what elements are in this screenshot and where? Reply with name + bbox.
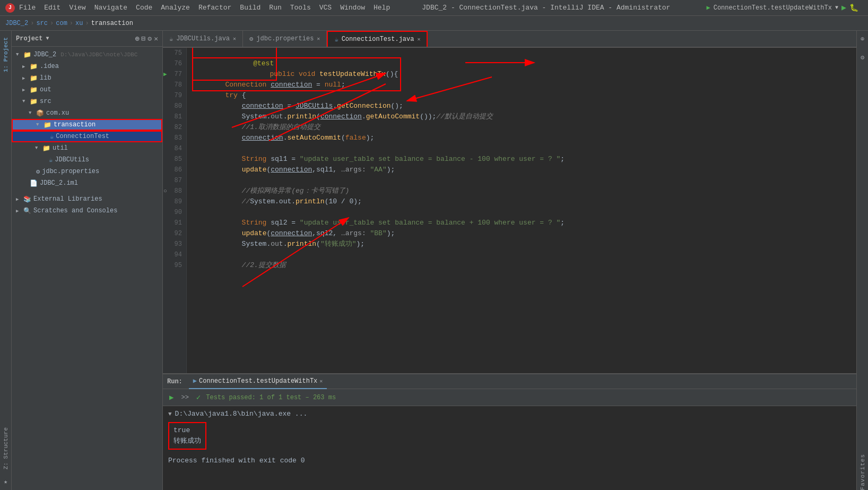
right-sidebar: ⊕ ⚙ Favorites bbox=[856, 31, 868, 490]
tree-item-comxu[interactable]: ▼ 📦 com.xu bbox=[12, 107, 162, 119]
menu-view[interactable]: View bbox=[69, 4, 85, 12]
tab-connectiontest[interactable]: ☕ ConnectionTest.java ✕ bbox=[327, 31, 428, 48]
folder-icon: 📁 bbox=[44, 121, 51, 129]
tree-label-iml: JDBC_2.iml bbox=[40, 179, 78, 187]
favorites-toggle[interactable]: ★ bbox=[4, 478, 7, 486]
code-line-91: String sql2 = "update user_table set bal… bbox=[192, 218, 856, 228]
breadcrumb-src[interactable]: src bbox=[36, 20, 48, 27]
menu-refactor[interactable]: Refactor bbox=[198, 4, 231, 12]
menu-bar[interactable]: File Edit View Navigate Code Analyze Ref… bbox=[19, 4, 390, 12]
tree-item-util[interactable]: ▼ 📁 util bbox=[12, 142, 162, 154]
code-area[interactable]: @test public void testUpdateWithTx(){ Co… bbox=[187, 48, 856, 373]
arrow-icon: ▶ bbox=[22, 87, 28, 93]
menu-build[interactable]: Build bbox=[240, 4, 261, 12]
line-num-75: 75 bbox=[163, 48, 182, 58]
tree-item-ext-libs[interactable]: ▶ 📚 External Libraries bbox=[12, 193, 162, 205]
panel-close-icon[interactable]: ✕ bbox=[154, 35, 158, 43]
scratches-icon: 🔍 bbox=[23, 207, 31, 215]
menu-window[interactable]: Window bbox=[340, 4, 365, 12]
tree-label-lib: lib bbox=[40, 74, 51, 82]
run-tab-close[interactable]: ✕ bbox=[319, 378, 323, 384]
menu-file[interactable]: File bbox=[19, 4, 36, 12]
chevron-down-icon: ▼ bbox=[168, 409, 172, 419]
panel-locate-icon[interactable]: ⊕ bbox=[135, 35, 140, 43]
tree-item-jdbcprops[interactable]: ⚙ jdbc.properties bbox=[12, 166, 162, 177]
right-sidebar-icon-2[interactable]: ⚙ bbox=[861, 54, 864, 62]
tab-close-jdbcprops[interactable]: ✕ bbox=[317, 36, 320, 42]
arrow-icon: ▶ bbox=[16, 196, 21, 202]
menu-analyze[interactable]: Analyze bbox=[161, 4, 190, 12]
menu-navigate[interactable]: Navigate bbox=[94, 4, 127, 12]
code-line-90 bbox=[192, 207, 856, 218]
code-line-87 bbox=[192, 175, 856, 186]
run-config-label[interactable]: ConnectionTest.testUpdateWithTx bbox=[714, 4, 832, 12]
folder-icon: 📁 bbox=[30, 63, 38, 71]
iml-icon: 📄 bbox=[30, 179, 38, 187]
title-bar: J File Edit View Navigate Code Analyze R… bbox=[0, 0, 868, 16]
tab-close-connectiontest[interactable]: ✕ bbox=[417, 36, 420, 42]
file-icon: ⚙ bbox=[36, 168, 40, 176]
run-play-button[interactable]: ▶ bbox=[167, 392, 176, 403]
tab-jdbcprops[interactable]: ⚙ jdbc.properties ✕ bbox=[243, 31, 327, 47]
structure-panel-toggle[interactable]: Z: Structure bbox=[3, 424, 9, 472]
code-line-93: System.out.println("转账成功"); bbox=[192, 239, 856, 250]
debug-gutter-icon[interactable]: ○ bbox=[163, 186, 167, 196]
run-gutter-icon[interactable]: ▶ bbox=[163, 69, 167, 80]
tree-label-comxu: com.xu bbox=[46, 109, 69, 117]
run-content: ▼ D:\Java\java1.8\bin\java.exe ... true … bbox=[163, 406, 856, 490]
menu-code[interactable]: Code bbox=[136, 4, 152, 12]
menu-tools[interactable]: Tools bbox=[290, 4, 311, 12]
tab-jdbcutils[interactable]: ☕ JDBCUtils.java ✕ bbox=[163, 31, 243, 47]
menu-run[interactable]: Run bbox=[269, 4, 281, 12]
panel-settings-icon[interactable]: ⚙ bbox=[147, 35, 152, 43]
panel-dropdown[interactable]: ▼ bbox=[46, 36, 49, 41]
line-num-85: 85 bbox=[163, 154, 182, 165]
tree-item-jdbcutils[interactable]: ☕ JDBCUtils bbox=[12, 154, 162, 166]
chevron-down-icon[interactable]: ▼ bbox=[835, 5, 838, 11]
tree-item-scratches[interactable]: ▶ 🔍 Scratches and Consoles bbox=[12, 205, 162, 217]
tree-item-lib[interactable]: ▶ 📁 lib bbox=[12, 72, 162, 84]
right-sidebar-icon-1[interactable]: ⊕ bbox=[861, 35, 864, 43]
line-num-78: 78 bbox=[163, 80, 182, 90]
tree-item-connectiontest[interactable]: ☕ ConnectionTest bbox=[12, 131, 162, 142]
tab-close-jdbcutils[interactable]: ✕ bbox=[233, 36, 236, 42]
menu-edit[interactable]: Edit bbox=[44, 4, 60, 12]
tree-item-idea[interactable]: ▶ 📁 .idea bbox=[12, 61, 162, 72]
panel-collapse-icon[interactable]: ⊟ bbox=[142, 35, 146, 43]
menu-help[interactable]: Help bbox=[374, 4, 390, 12]
breadcrumb-transaction[interactable]: transaction bbox=[91, 20, 133, 27]
line-num-92: 92 bbox=[163, 228, 182, 239]
tree-label-idea: .idea bbox=[40, 63, 59, 70]
line-num-95: 95 bbox=[163, 260, 182, 271]
tab-label-jdbcutils: JDBCUtils.java bbox=[176, 35, 230, 42]
code-line-92: update(connection,sql2, …args: "BB"); bbox=[192, 228, 856, 239]
library-icon: 📚 bbox=[23, 195, 31, 203]
breadcrumb-project[interactable]: JDBC_2 bbox=[5, 20, 28, 27]
breadcrumb-com[interactable]: com bbox=[56, 20, 67, 27]
arrow-icon: ▼ bbox=[22, 99, 28, 104]
breadcrumb-xu[interactable]: xu bbox=[75, 20, 83, 27]
tree-item-jdbc2[interactable]: ▼ 📁 JDBC_2 D:\Java\JDBC\note\JDBC bbox=[12, 49, 162, 61]
tree-item-transaction[interactable]: ▼ 📁 transaction bbox=[12, 119, 162, 131]
java-icon: ☕ bbox=[49, 156, 53, 164]
line-num-87: 87 bbox=[163, 175, 182, 186]
code-line-94 bbox=[192, 250, 856, 260]
favorites-vertical-label[interactable]: Favorites bbox=[860, 454, 866, 490]
run-button-top[interactable]: ▶ bbox=[841, 3, 846, 13]
run-panel-toolbar: ▶ >> ✓ Tests passed: 1 of 1 test – 263 m… bbox=[163, 389, 856, 406]
debug-button-top[interactable]: 🐛 bbox=[849, 3, 858, 12]
tree-item-out[interactable]: ▶ 📁 out bbox=[12, 84, 162, 96]
code-line-84 bbox=[192, 143, 856, 154]
tree-item-iml[interactable]: 📄 JDBC_2.iml bbox=[12, 177, 162, 189]
run-line-java-cmd: ▼ D:\Java\java1.8\bin\java.exe ... bbox=[168, 408, 851, 420]
tree-item-src[interactable]: ▼ 📁 src bbox=[12, 96, 162, 107]
tree-label-scratches: Scratches and Consoles bbox=[33, 207, 117, 214]
project-panel-toggle[interactable]: 1: Project bbox=[3, 34, 9, 75]
menu-vcs[interactable]: VCS bbox=[319, 4, 332, 12]
run-rerun-button[interactable]: >> bbox=[179, 393, 190, 402]
run-tab-connectiontest[interactable]: ▶ ConnectionTest.testUpdateWithTx ✕ bbox=[189, 374, 327, 389]
line-num-76: 76 bbox=[163, 58, 182, 69]
java-tab-icon: ☕ bbox=[169, 35, 173, 43]
arrow-icon: ▶ bbox=[16, 208, 21, 214]
line-num-80: 80 bbox=[163, 101, 182, 111]
